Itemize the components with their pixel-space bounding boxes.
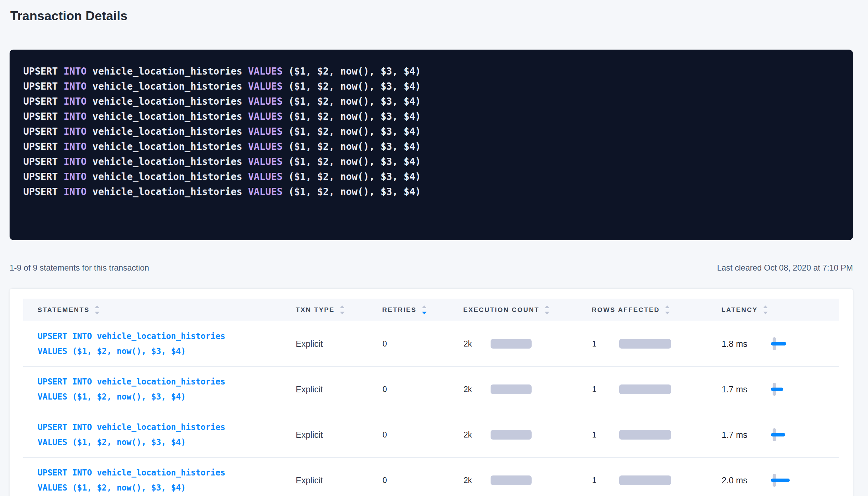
- sql-line: UPSERT INTO vehicle_location_histories V…: [23, 109, 839, 124]
- sql-text: vehicle_location_histories: [86, 141, 248, 152]
- rows-affected-value: 1: [589, 476, 619, 485]
- sql-keyword: VALUES: [248, 171, 282, 182]
- rows-affected-cell: 1: [589, 339, 719, 349]
- column-header-statements[interactable]: STATEMENTS: [23, 305, 293, 314]
- column-label: TXN TYPE: [296, 306, 335, 314]
- sql-text: ($1, $2, now(), $3, $4): [283, 156, 421, 167]
- column-label: RETRIES: [382, 306, 417, 314]
- statement-line-1: UPSERT INTO vehicle_location_histories: [38, 329, 293, 344]
- sql-line: UPSERT INTO vehicle_location_histories V…: [23, 139, 839, 154]
- rows-affected-bar: [619, 475, 671, 485]
- statement-line-1: UPSERT INTO vehicle_location_histories: [38, 420, 293, 435]
- sort-asc-icon: [545, 305, 549, 308]
- sql-text: vehicle_location_histories: [86, 171, 248, 182]
- latency-bar: [771, 433, 785, 436]
- sort-desc-icon: [763, 312, 768, 314]
- sql-text: vehicle_location_histories: [86, 156, 248, 167]
- column-label: LATENCY: [721, 306, 758, 314]
- latency-cell: 1.7 ms: [719, 427, 838, 442]
- statements-count-text: 1-9 of 9 statements for this transaction: [10, 263, 149, 273]
- sql-text: ($1, $2, now(), $3, $4): [283, 66, 421, 77]
- sort-desc-icon: [545, 312, 549, 314]
- statement-link[interactable]: UPSERT INTO vehicle_location_historiesVA…: [23, 329, 293, 359]
- sql-text: ($1, $2, now(), $3, $4): [283, 141, 421, 152]
- sql-keyword: INTO: [64, 81, 86, 92]
- statement-link[interactable]: UPSERT INTO vehicle_location_historiesVA…: [23, 420, 293, 450]
- rows-affected-bar: [619, 430, 671, 440]
- rows-affected-cell: 1: [589, 384, 719, 394]
- execution-count-cell: 2k: [461, 384, 589, 394]
- execution-count-bar: [491, 384, 532, 394]
- sql-keyword: INTO: [64, 126, 86, 137]
- sql-keyword: INTO: [64, 171, 86, 182]
- last-cleared-text: Last cleared Oct 08, 2020 at 7:10 PM: [717, 263, 853, 273]
- execution-count-cell: 2k: [461, 339, 589, 349]
- column-header-execution-count[interactable]: EXECUTION COUNT: [461, 305, 589, 314]
- sql-line: UPSERT INTO vehicle_location_histories V…: [23, 169, 839, 184]
- retries-cell: 0: [380, 476, 461, 485]
- rows-affected-cell: 1: [589, 475, 719, 485]
- execution-count-value: 2k: [461, 476, 491, 485]
- sql-keyword: INTO: [64, 186, 86, 197]
- sql-keyword: VALUES: [248, 156, 282, 167]
- sql-keyword: INTO: [64, 111, 86, 122]
- summary-row: 1-9 of 9 statements for this transaction…: [10, 263, 853, 273]
- statement-link[interactable]: UPSERT INTO vehicle_location_historiesVA…: [23, 465, 293, 495]
- sql-text: vehicle_location_histories: [86, 81, 248, 92]
- retries-cell: 0: [380, 385, 461, 394]
- execution-count-value: 2k: [461, 339, 491, 349]
- table-body: UPSERT INTO vehicle_location_historiesVA…: [23, 321, 839, 496]
- rows-affected-value: 1: [589, 430, 619, 440]
- table-row: UPSERT INTO vehicle_location_historiesVA…: [23, 321, 839, 367]
- latency-bar: [771, 479, 790, 482]
- statement-link[interactable]: UPSERT INTO vehicle_location_historiesVA…: [23, 374, 293, 404]
- sort-asc-icon: [763, 305, 768, 308]
- latency-bar-chart: [773, 473, 817, 488]
- column-header-retries[interactable]: RETRIES: [380, 305, 461, 314]
- execution-count-bar: [491, 339, 532, 349]
- sql-line: UPSERT INTO vehicle_location_histories V…: [23, 154, 839, 169]
- sql-keyword: VALUES: [248, 81, 282, 92]
- column-header-rows-affected[interactable]: ROWS AFFECTED: [589, 305, 719, 314]
- sql-text: UPSERT: [23, 141, 64, 152]
- sql-text: UPSERT: [23, 96, 64, 107]
- sql-keyword: INTO: [64, 66, 86, 77]
- sql-keyword: INTO: [64, 96, 86, 107]
- sort-desc-icon: [340, 312, 345, 314]
- sql-keyword: INTO: [64, 141, 86, 152]
- sort-icon: [340, 305, 345, 314]
- sql-text: vehicle_location_histories: [86, 186, 248, 197]
- sql-text: UPSERT: [23, 186, 64, 197]
- sql-text: vehicle_location_histories: [86, 111, 248, 122]
- execution-count-bar: [491, 475, 532, 485]
- sql-text: vehicle_location_histories: [86, 126, 248, 137]
- latency-value: 1.8 ms: [719, 339, 773, 349]
- sql-text: ($1, $2, now(), $3, $4): [283, 81, 421, 92]
- column-header-txn-type[interactable]: TXN TYPE: [293, 305, 380, 314]
- latency-bar-chart: [773, 336, 817, 351]
- sql-text: UPSERT: [23, 171, 64, 182]
- sql-text: UPSERT: [23, 126, 64, 137]
- rows-affected-bar: [619, 384, 671, 394]
- txn-type-cell: Explicit: [293, 430, 380, 440]
- execution-count-value: 2k: [461, 385, 491, 394]
- sql-keyword: VALUES: [248, 186, 282, 197]
- sql-line: UPSERT INTO vehicle_location_histories V…: [23, 124, 839, 139]
- column-label: EXECUTION COUNT: [463, 306, 539, 314]
- retries-cell: 0: [380, 430, 461, 440]
- sql-text: UPSERT: [23, 81, 64, 92]
- sql-text: ($1, $2, now(), $3, $4): [283, 186, 421, 197]
- latency-bar: [771, 388, 783, 391]
- sql-text: ($1, $2, now(), $3, $4): [283, 111, 421, 122]
- latency-cell: 1.8 ms: [719, 336, 838, 351]
- statement-line-2: VALUES ($1, $2, now(), $3, $4): [38, 389, 293, 404]
- sql-text: UPSERT: [23, 111, 64, 122]
- latency-value: 1.7 ms: [719, 384, 773, 394]
- sort-asc-icon: [340, 305, 345, 308]
- statement-line-1: UPSERT INTO vehicle_location_histories: [38, 465, 293, 480]
- transaction-details-page: Transaction Details UPSERT INTO vehicle_…: [0, 0, 868, 496]
- txn-type-cell: Explicit: [293, 475, 380, 485]
- latency-cell: 1.7 ms: [719, 382, 838, 397]
- column-header-latency[interactable]: LATENCY: [719, 305, 838, 314]
- sql-line: UPSERT INTO vehicle_location_histories V…: [23, 94, 839, 109]
